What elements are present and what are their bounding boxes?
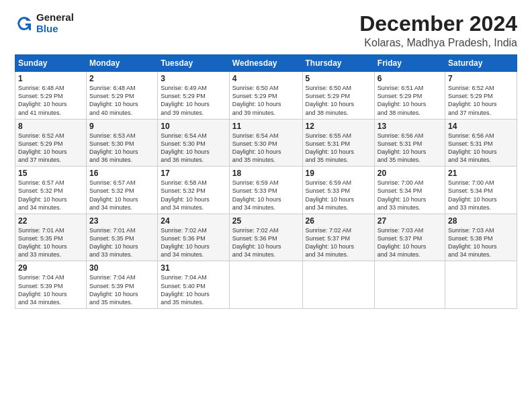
day-detail: Sunrise: 6:54 AM Sunset: 5:30 PM Dayligh… [232,132,300,165]
day-number: 14 [448,122,514,131]
calendar-cell: 19Sunrise: 6:59 AM Sunset: 5:33 PM Dayli… [302,167,374,214]
calendar-cell: 8Sunrise: 6:52 AM Sunset: 5:29 PM Daylig… [15,119,87,167]
calendar: Sunday Monday Tuesday Wednesday Thursday… [15,54,517,309]
day-detail: Sunrise: 6:58 AM Sunset: 5:32 PM Dayligh… [161,179,226,212]
day-number: 9 [89,122,154,131]
day-number: 21 [448,169,514,178]
main-title: December 2024 [359,12,517,36]
calendar-cell: 21Sunrise: 7:00 AM Sunset: 5:34 PM Dayli… [445,167,517,214]
calendar-cell: 9Sunrise: 6:53 AM Sunset: 5:30 PM Daylig… [87,119,158,167]
calendar-cell: 3Sunrise: 6:49 AM Sunset: 5:29 PM Daylig… [158,72,230,120]
day-detail: Sunrise: 6:48 AM Sunset: 5:29 PM Dayligh… [18,84,83,117]
calendar-cell: 10Sunrise: 6:54 AM Sunset: 5:30 PM Dayli… [158,119,230,167]
day-detail: Sunrise: 6:57 AM Sunset: 5:32 PM Dayligh… [89,179,154,212]
calendar-cell: 1Sunrise: 6:48 AM Sunset: 5:29 PM Daylig… [15,72,87,120]
calendar-cell: 20Sunrise: 7:00 AM Sunset: 5:34 PM Dayli… [374,167,445,214]
calendar-cell: 29Sunrise: 7:04 AM Sunset: 5:39 PM Dayli… [15,261,87,309]
header-friday: Friday [374,55,445,72]
day-number: 26 [306,216,371,226]
calendar-cell: 31Sunrise: 7:04 AM Sunset: 5:40 PM Dayli… [158,261,230,309]
day-detail: Sunrise: 6:54 AM Sunset: 5:30 PM Dayligh… [161,132,226,165]
calendar-cell: 27Sunrise: 7:03 AM Sunset: 5:37 PM Dayli… [374,214,445,261]
calendar-cell [229,261,302,309]
calendar-cell: 13Sunrise: 6:56 AM Sunset: 5:31 PM Dayli… [374,119,445,167]
day-number: 6 [378,74,442,83]
calendar-cell: 16Sunrise: 6:57 AM Sunset: 5:32 PM Dayli… [87,167,158,214]
day-number: 19 [306,169,371,178]
day-detail: Sunrise: 6:55 AM Sunset: 5:31 PM Dayligh… [306,132,371,165]
calendar-cell: 4Sunrise: 6:50 AM Sunset: 5:29 PM Daylig… [229,72,302,120]
day-detail: Sunrise: 7:01 AM Sunset: 5:35 PM Dayligh… [18,226,83,259]
day-detail: Sunrise: 6:51 AM Sunset: 5:29 PM Dayligh… [378,84,442,117]
header-tuesday: Tuesday [158,55,230,72]
day-detail: Sunrise: 7:04 AM Sunset: 5:39 PM Dayligh… [18,273,83,306]
day-number: 25 [232,216,300,226]
calendar-week-1: 1Sunrise: 6:48 AM Sunset: 5:29 PM Daylig… [15,72,517,120]
day-detail: Sunrise: 6:59 AM Sunset: 5:33 PM Dayligh… [232,179,300,212]
day-number: 11 [232,122,300,131]
day-detail: Sunrise: 7:02 AM Sunset: 5:36 PM Dayligh… [232,226,300,259]
day-number: 18 [232,169,300,178]
day-detail: Sunrise: 6:56 AM Sunset: 5:31 PM Dayligh… [378,132,442,165]
day-detail: Sunrise: 7:02 AM Sunset: 5:36 PM Dayligh… [161,226,226,259]
day-number: 7 [448,74,514,83]
calendar-cell: 17Sunrise: 6:58 AM Sunset: 5:32 PM Dayli… [158,167,230,214]
day-detail: Sunrise: 7:04 AM Sunset: 5:39 PM Dayligh… [89,273,154,306]
calendar-week-5: 29Sunrise: 7:04 AM Sunset: 5:39 PM Dayli… [15,261,517,309]
day-detail: Sunrise: 6:48 AM Sunset: 5:29 PM Dayligh… [89,84,154,117]
calendar-cell: 23Sunrise: 7:01 AM Sunset: 5:35 PM Dayli… [87,214,158,261]
logo: General Blue [15,12,74,34]
day-number: 29 [18,263,83,273]
calendar-cell: 12Sunrise: 6:55 AM Sunset: 5:31 PM Dayli… [302,119,374,167]
day-detail: Sunrise: 6:59 AM Sunset: 5:33 PM Dayligh… [306,179,371,212]
day-number: 20 [378,169,442,178]
day-number: 3 [161,74,226,83]
day-detail: Sunrise: 7:01 AM Sunset: 5:35 PM Dayligh… [89,226,154,259]
day-detail: Sunrise: 6:49 AM Sunset: 5:29 PM Dayligh… [161,84,226,117]
day-number: 16 [89,169,154,178]
header-monday: Monday [87,55,158,72]
day-number: 8 [18,122,83,131]
day-number: 1 [18,74,83,83]
calendar-cell: 14Sunrise: 6:56 AM Sunset: 5:31 PM Dayli… [445,119,517,167]
day-number: 24 [161,216,226,226]
day-number: 17 [161,169,226,178]
day-number: 22 [18,216,83,226]
day-detail: Sunrise: 6:50 AM Sunset: 5:29 PM Dayligh… [306,84,371,117]
day-number: 31 [161,263,226,273]
calendar-cell [374,261,445,309]
calendar-cell: 2Sunrise: 6:48 AM Sunset: 5:29 PM Daylig… [87,72,158,120]
logo-text: General Blue [36,12,74,34]
day-number: 28 [448,216,514,226]
calendar-cell [302,261,374,309]
header-wednesday: Wednesday [229,55,302,72]
day-detail: Sunrise: 7:00 AM Sunset: 5:34 PM Dayligh… [448,179,514,212]
calendar-cell: 18Sunrise: 6:59 AM Sunset: 5:33 PM Dayli… [229,167,302,214]
calendar-cell: 24Sunrise: 7:02 AM Sunset: 5:36 PM Dayli… [158,214,230,261]
day-detail: Sunrise: 7:02 AM Sunset: 5:37 PM Dayligh… [306,226,371,259]
calendar-cell [445,261,517,309]
day-detail: Sunrise: 7:03 AM Sunset: 5:38 PM Dayligh… [448,226,514,259]
title-area: December 2024 Kolaras, Madhya Pradesh, I… [359,12,517,49]
day-number: 5 [306,74,371,83]
calendar-cell: 5Sunrise: 6:50 AM Sunset: 5:29 PM Daylig… [302,72,374,120]
calendar-week-4: 22Sunrise: 7:01 AM Sunset: 5:35 PM Dayli… [15,214,517,261]
day-number: 10 [161,122,226,131]
day-detail: Sunrise: 6:52 AM Sunset: 5:29 PM Dayligh… [18,132,83,165]
logo-icon [15,14,34,33]
calendar-cell: 30Sunrise: 7:04 AM Sunset: 5:39 PM Dayli… [87,261,158,309]
day-number: 12 [306,122,371,131]
day-detail: Sunrise: 6:52 AM Sunset: 5:29 PM Dayligh… [448,84,514,117]
day-number: 2 [89,74,154,83]
logo-general-text: General [36,12,74,24]
day-number: 27 [378,216,442,226]
day-detail: Sunrise: 7:04 AM Sunset: 5:40 PM Dayligh… [161,273,226,306]
calendar-cell: 25Sunrise: 7:02 AM Sunset: 5:36 PM Dayli… [229,214,302,261]
subtitle: Kolaras, Madhya Pradesh, India [359,37,517,49]
calendar-cell: 11Sunrise: 6:54 AM Sunset: 5:30 PM Dayli… [229,119,302,167]
header: General Blue December 2024 Kolaras, Madh… [15,12,517,49]
calendar-cell: 28Sunrise: 7:03 AM Sunset: 5:38 PM Dayli… [445,214,517,261]
header-sunday: Sunday [15,55,87,72]
header-thursday: Thursday [302,55,374,72]
day-number: 4 [232,74,300,83]
